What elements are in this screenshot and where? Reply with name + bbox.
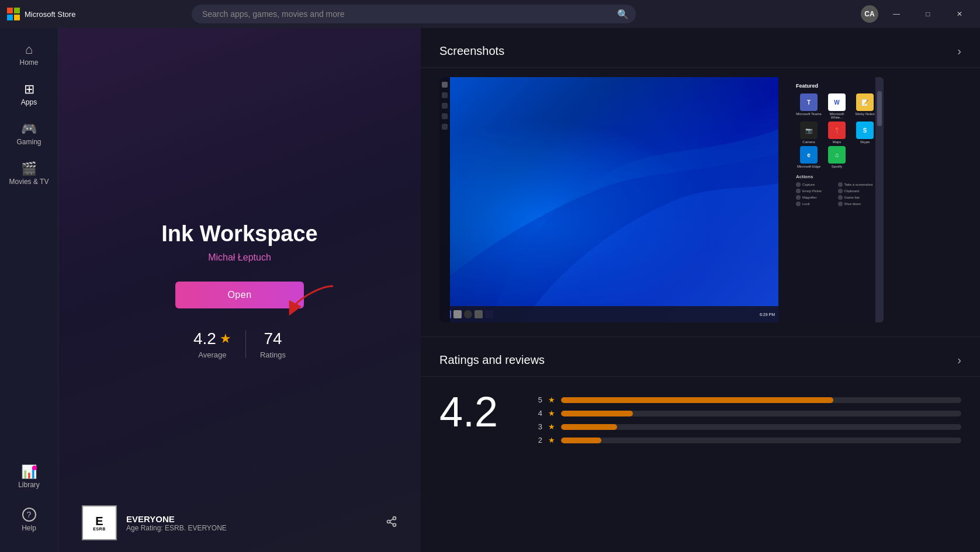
sidebar-item-library[interactable]: 📊 Library [4, 457, 55, 497]
search-bar: 🔍 [192, 5, 636, 23]
action-screenshot: Take a screenshot [838, 182, 878, 187]
rating-row-num: 2 [533, 436, 542, 445]
scroll-thumb [877, 91, 882, 126]
ratings-arrow-icon[interactable]: › [957, 353, 961, 367]
app-detail-right: Screenshots › [421, 28, 980, 552]
sidebar-item-help[interactable]: ? Help [4, 499, 55, 540]
desktop-taskbar: 6:29 PM [439, 306, 778, 322]
taskbar-icons [443, 310, 493, 318]
ratings-count: 74 [264, 329, 282, 348]
app-name: Ink Workspace [161, 221, 318, 247]
rating-star-icon: ★ [548, 436, 555, 445]
sidebar-label-library: Library [18, 481, 40, 489]
app-logo: Microsoft Store [7, 8, 75, 20]
svg-point-1 [387, 520, 390, 523]
search-input[interactable] [192, 5, 636, 23]
edge-icon: e [800, 146, 818, 164]
maps-icon: 📍 [828, 121, 846, 139]
sidebar-item-movies[interactable]: 🎬 Movies & TV [4, 154, 55, 194]
sidebar-item-apps[interactable]: ⊞ Apps [4, 75, 55, 114]
rating-bar-fill [561, 424, 617, 430]
taskbar-time: 6:29 PM [760, 313, 775, 317]
search-button[interactable]: 🔍 [617, 9, 629, 20]
rating-bar-fill [561, 397, 833, 403]
screenshot-scrollbar[interactable] [875, 77, 884, 322]
spotify-icon: ♫ [828, 146, 846, 164]
screenshots-arrow-icon[interactable]: › [957, 44, 961, 58]
sidebar-label-movies: Movies & TV [9, 178, 49, 186]
panel-content: Featured T Microsoft Teams W Microsoft W… [784, 83, 878, 206]
rating-row-num: 5 [533, 395, 542, 404]
svg-point-2 [393, 523, 396, 526]
stickynotes-icon: 📝 [856, 93, 874, 111]
sidebar-item-gaming[interactable]: 🎮 Gaming [4, 114, 55, 154]
help-icon: ? [22, 508, 36, 522]
user-avatar[interactable]: CA [861, 5, 878, 23]
action-magnifier: Magnifier [796, 195, 836, 200]
panel-featured-title: Featured [796, 83, 878, 89]
sidebar: ⌂ Home ⊞ Apps 🎮 Gaming 🎬 Movies & TV 📊 L… [0, 28, 58, 552]
sidebar-label-gaming: Gaming [16, 138, 41, 146]
rating-row-num: 3 [533, 422, 542, 431]
apps-icon: ⊞ [24, 83, 34, 96]
age-rating-text: EVERYONE Age Rating: ESRB. EVERYONE [126, 514, 227, 532]
ratings-overview: 4.2 5 ★ 4 ★ 3 ★ 2 ★ [439, 391, 961, 445]
open-button[interactable]: Open [175, 282, 304, 308]
rating-star-icon: ★ [548, 395, 555, 404]
panel-app-skype: S Skype [852, 121, 878, 144]
library-badge-dot [32, 466, 37, 470]
panel-app-grid: T Microsoft Teams W Microsoft White... 📝 [796, 93, 878, 168]
panel-app-teams: T Microsoft Teams [796, 93, 822, 119]
rating-row: 3 ★ [533, 422, 961, 431]
panel-actions-grid: Capture Take a screenshot Emoji Picker [796, 182, 878, 206]
minimize-button[interactable]: — [883, 5, 910, 23]
camera-icon: 📷 [800, 121, 818, 139]
ratings-bars: 5 ★ 4 ★ 3 ★ 2 ★ [533, 391, 961, 445]
age-rating-sub: Age Rating: ESRB. EVERYONE [126, 524, 227, 532]
stat-divider [245, 330, 246, 358]
whiteboard-icon: W [828, 93, 846, 111]
ratings-count-label: Ratings [260, 350, 286, 359]
app-detail-left: Ink Workspace Michał Łeptuch Open [58, 28, 421, 552]
ratings-section: 4.2 5 ★ 4 ★ 3 ★ 2 ★ [421, 377, 980, 459]
panel-app-spotify: ♫ Spotify [824, 146, 850, 168]
share-button[interactable] [386, 516, 397, 530]
screenshot-inner: 6:29 PM [439, 77, 884, 322]
esrb-e-letter: E [95, 515, 103, 527]
screenshots-section-header: Screenshots › [421, 28, 980, 68]
esrb-badge: E ESRB [82, 505, 117, 540]
app-body: ⌂ Home ⊞ Apps 🎮 Gaming 🎬 Movies & TV 📊 L… [0, 28, 980, 552]
big-rating: 4.2 [439, 391, 510, 433]
rating-bar-fill [561, 438, 601, 443]
rating-star-icon: ★ [548, 422, 555, 431]
rating-row: 4 ★ [533, 409, 961, 418]
rating-row-num: 4 [533, 409, 542, 418]
age-rating-title: EVERYONE [126, 514, 227, 524]
title-bar: Microsoft Store 🔍 CA — □ ✕ [0, 0, 980, 28]
maximize-button[interactable]: □ [915, 5, 941, 23]
rating-star-icon: ★ [548, 409, 555, 418]
teams-icon: T [800, 93, 818, 111]
rating-row: 5 ★ [533, 395, 961, 404]
action-clipboard: Clipboard [838, 189, 878, 193]
library-icon: 📊 [21, 466, 37, 478]
svg-line-4 [390, 519, 393, 520]
action-emoji: Emoji Picker [796, 189, 836, 193]
titlebar-actions: CA — □ ✕ [861, 5, 973, 23]
screenshots-title: Screenshots [439, 44, 504, 58]
app-author: Michał Łeptuch [208, 252, 271, 263]
action-capture: Capture [796, 182, 836, 187]
close-button[interactable]: ✕ [946, 5, 973, 23]
esrb-label: ESRB [93, 527, 105, 531]
sidebar-item-home[interactable]: ⌂ Home [4, 35, 55, 75]
sidebar-bottom: 📊 Library ? Help [0, 457, 58, 545]
panel-app-whiteboard: W Microsoft White... [824, 93, 850, 119]
rating-bar-bg [561, 438, 961, 443]
ratings-title: Ratings and reviews [439, 353, 545, 367]
panel-app-maps: 📍 Maps [824, 121, 850, 144]
desktop-background: 6:29 PM [439, 77, 778, 322]
gaming-icon: 🎮 [21, 123, 37, 136]
content-area: Ink Workspace Michał Łeptuch Open [58, 28, 980, 552]
open-button-wrapper: Open [175, 282, 304, 308]
sidebar-label-home: Home [19, 58, 38, 67]
